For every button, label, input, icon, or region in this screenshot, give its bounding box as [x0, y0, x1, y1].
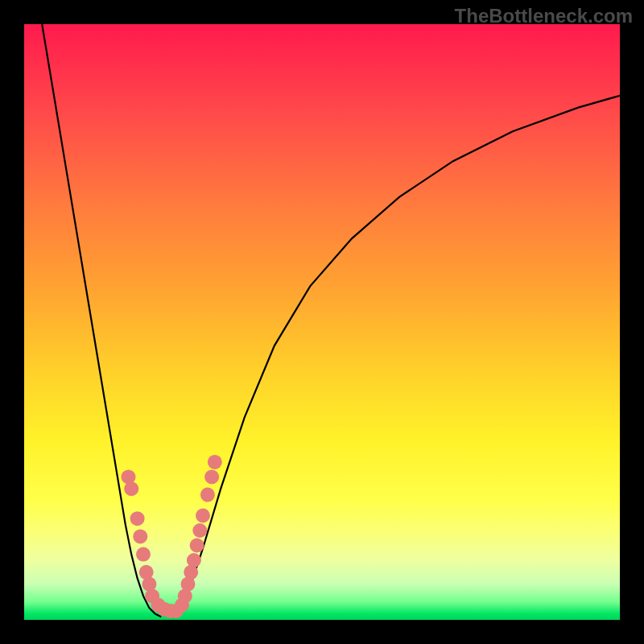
marker-dot — [196, 509, 210, 523]
marker-dot — [192, 523, 207, 538]
curve-left — [42, 24, 161, 617]
chart-frame: TheBottleneck.com — [0, 0, 644, 644]
marker-dot — [130, 511, 145, 526]
plot-area — [24, 24, 620, 620]
marker-dot — [187, 553, 201, 568]
watermark-text: TheBottleneck.com — [455, 5, 633, 27]
chart-svg — [24, 24, 620, 620]
marker-dot — [124, 481, 138, 496]
marker-dot — [190, 539, 204, 553]
marker-dot — [136, 547, 151, 562]
markers-right — [175, 455, 222, 613]
markers-left — [122, 469, 184, 618]
curve-right — [173, 96, 620, 617]
marker-dot — [208, 455, 222, 469]
marker-dot — [133, 529, 147, 543]
marker-dot — [200, 488, 215, 502]
marker-dot — [204, 469, 219, 484]
